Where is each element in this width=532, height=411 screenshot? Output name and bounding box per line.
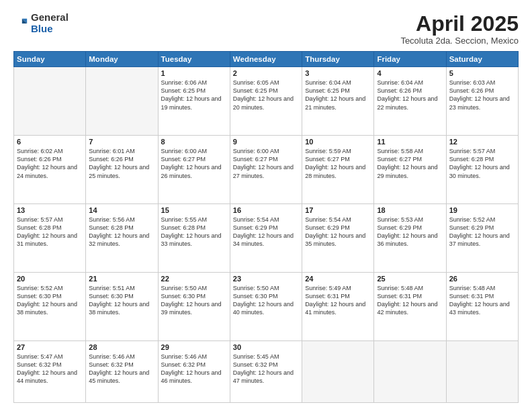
day-number: 28 bbox=[89, 343, 154, 351]
day-number: 15 bbox=[161, 206, 227, 214]
day-info: Sunrise: 5:56 AMSunset: 6:28 PMDaylight:… bbox=[89, 216, 154, 248]
day-header-tuesday: Tuesday bbox=[158, 52, 230, 67]
calendar-day-cell bbox=[86, 67, 158, 136]
day-number: 19 bbox=[449, 206, 515, 214]
day-number: 22 bbox=[161, 275, 227, 283]
month-title: April 2025 bbox=[400, 12, 519, 36]
calendar-day-cell: 17Sunrise: 5:54 AMSunset: 6:29 PMDayligh… bbox=[302, 204, 374, 273]
day-header-thursday: Thursday bbox=[302, 52, 374, 67]
day-info: Sunrise: 5:49 AMSunset: 6:31 PMDaylight:… bbox=[305, 284, 371, 317]
calendar-day-cell: 20Sunrise: 5:52 AMSunset: 6:30 PMDayligh… bbox=[14, 273, 86, 341]
day-header-monday: Monday bbox=[86, 52, 158, 67]
calendar-day-cell: 27Sunrise: 5:47 AMSunset: 6:32 PMDayligh… bbox=[14, 340, 86, 402]
title-area: April 2025 Tecoluta 2da. Seccion, Mexico bbox=[400, 12, 519, 46]
day-number: 6 bbox=[17, 138, 83, 146]
day-number: 8 bbox=[161, 138, 227, 146]
day-info: Sunrise: 5:50 AMSunset: 6:30 PMDaylight:… bbox=[233, 284, 299, 317]
day-info: Sunrise: 5:53 AMSunset: 6:29 PMDaylight:… bbox=[377, 216, 443, 248]
day-info: Sunrise: 6:04 AMSunset: 6:25 PMDaylight:… bbox=[305, 79, 371, 111]
day-info: Sunrise: 5:48 AMSunset: 6:31 PMDaylight:… bbox=[377, 284, 443, 317]
day-number: 9 bbox=[233, 138, 299, 146]
calendar-day-cell: 13Sunrise: 5:57 AMSunset: 6:28 PMDayligh… bbox=[14, 204, 86, 273]
day-number: 24 bbox=[305, 275, 371, 283]
day-info: Sunrise: 5:59 AMSunset: 6:27 PMDaylight:… bbox=[305, 147, 371, 180]
day-info: Sunrise: 5:46 AMSunset: 6:32 PMDaylight:… bbox=[89, 353, 154, 385]
day-info: Sunrise: 6:04 AMSunset: 6:26 PMDaylight:… bbox=[377, 79, 443, 111]
day-number: 4 bbox=[377, 69, 443, 77]
day-info: Sunrise: 5:47 AMSunset: 6:32 PMDaylight:… bbox=[17, 353, 83, 385]
day-info: Sunrise: 5:52 AMSunset: 6:29 PMDaylight:… bbox=[449, 216, 515, 248]
day-number: 23 bbox=[233, 275, 299, 283]
calendar-header-row: SundayMondayTuesdayWednesdayThursdayFrid… bbox=[14, 52, 519, 67]
calendar-day-cell: 3Sunrise: 6:04 AMSunset: 6:25 PMDaylight… bbox=[302, 67, 374, 136]
calendar-day-cell: 1Sunrise: 6:06 AMSunset: 6:25 PMDaylight… bbox=[158, 67, 230, 136]
header: General Blue April 2025 Tecoluta 2da. Se… bbox=[13, 12, 519, 46]
day-info: Sunrise: 6:00 AMSunset: 6:27 PMDaylight:… bbox=[161, 147, 227, 180]
calendar-day-cell bbox=[302, 340, 374, 402]
day-number: 7 bbox=[89, 138, 154, 146]
day-number: 26 bbox=[449, 275, 515, 283]
calendar-day-cell: 21Sunrise: 5:51 AMSunset: 6:30 PMDayligh… bbox=[86, 273, 158, 341]
calendar-day-cell: 29Sunrise: 5:46 AMSunset: 6:32 PMDayligh… bbox=[158, 340, 230, 402]
day-header-saturday: Saturday bbox=[446, 52, 518, 67]
calendar-day-cell: 25Sunrise: 5:48 AMSunset: 6:31 PMDayligh… bbox=[374, 273, 446, 341]
day-number: 11 bbox=[377, 138, 443, 146]
day-number: 16 bbox=[233, 206, 299, 214]
calendar-day-cell: 11Sunrise: 5:58 AMSunset: 6:27 PMDayligh… bbox=[374, 136, 446, 204]
day-number: 29 bbox=[161, 343, 227, 351]
calendar-day-cell: 26Sunrise: 5:48 AMSunset: 6:31 PMDayligh… bbox=[446, 273, 518, 341]
day-info: Sunrise: 5:58 AMSunset: 6:27 PMDaylight:… bbox=[377, 147, 443, 180]
logo: General Blue bbox=[13, 12, 69, 34]
calendar-day-cell: 15Sunrise: 5:55 AMSunset: 6:28 PMDayligh… bbox=[158, 204, 230, 273]
day-number: 14 bbox=[89, 206, 154, 214]
calendar-day-cell: 8Sunrise: 6:00 AMSunset: 6:27 PMDaylight… bbox=[158, 136, 230, 204]
calendar-day-cell: 12Sunrise: 5:57 AMSunset: 6:28 PMDayligh… bbox=[446, 136, 518, 204]
day-info: Sunrise: 5:45 AMSunset: 6:32 PMDaylight:… bbox=[233, 353, 299, 385]
day-number: 25 bbox=[377, 275, 443, 283]
day-number: 13 bbox=[17, 206, 83, 214]
calendar-day-cell bbox=[14, 67, 86, 136]
day-info: Sunrise: 6:05 AMSunset: 6:25 PMDaylight:… bbox=[233, 79, 299, 111]
day-number: 18 bbox=[377, 206, 443, 214]
calendar-day-cell: 14Sunrise: 5:56 AMSunset: 6:28 PMDayligh… bbox=[86, 204, 158, 273]
day-number: 2 bbox=[233, 69, 299, 77]
day-info: Sunrise: 5:57 AMSunset: 6:28 PMDaylight:… bbox=[449, 147, 515, 180]
calendar-day-cell: 4Sunrise: 6:04 AMSunset: 6:26 PMDaylight… bbox=[374, 67, 446, 136]
logo-icon bbox=[13, 16, 28, 31]
day-info: Sunrise: 5:51 AMSunset: 6:30 PMDaylight:… bbox=[89, 284, 154, 317]
day-info: Sunrise: 5:50 AMSunset: 6:30 PMDaylight:… bbox=[161, 284, 227, 317]
day-number: 12 bbox=[449, 138, 515, 146]
day-info: Sunrise: 5:52 AMSunset: 6:30 PMDaylight:… bbox=[17, 284, 83, 317]
day-info: Sunrise: 5:46 AMSunset: 6:32 PMDaylight:… bbox=[161, 353, 227, 385]
calendar-day-cell: 28Sunrise: 5:46 AMSunset: 6:32 PMDayligh… bbox=[86, 340, 158, 402]
calendar-day-cell: 10Sunrise: 5:59 AMSunset: 6:27 PMDayligh… bbox=[302, 136, 374, 204]
calendar-week-row: 6Sunrise: 6:02 AMSunset: 6:26 PMDaylight… bbox=[14, 136, 519, 204]
calendar-day-cell: 2Sunrise: 6:05 AMSunset: 6:25 PMDaylight… bbox=[230, 67, 302, 136]
day-info: Sunrise: 6:00 AMSunset: 6:27 PMDaylight:… bbox=[233, 147, 299, 180]
calendar-day-cell: 6Sunrise: 6:02 AMSunset: 6:26 PMDaylight… bbox=[14, 136, 86, 204]
day-info: Sunrise: 5:54 AMSunset: 6:29 PMDaylight:… bbox=[233, 216, 299, 248]
day-info: Sunrise: 5:48 AMSunset: 6:31 PMDaylight:… bbox=[449, 284, 515, 317]
day-header-friday: Friday bbox=[374, 52, 446, 67]
day-number: 3 bbox=[305, 69, 371, 77]
day-number: 1 bbox=[161, 69, 227, 77]
calendar-day-cell: 30Sunrise: 5:45 AMSunset: 6:32 PMDayligh… bbox=[230, 340, 302, 402]
calendar-day-cell: 7Sunrise: 6:01 AMSunset: 6:26 PMDaylight… bbox=[86, 136, 158, 204]
day-number: 27 bbox=[17, 343, 83, 351]
day-info: Sunrise: 6:06 AMSunset: 6:25 PMDaylight:… bbox=[161, 79, 227, 111]
calendar-week-row: 13Sunrise: 5:57 AMSunset: 6:28 PMDayligh… bbox=[14, 204, 519, 273]
day-info: Sunrise: 6:03 AMSunset: 6:26 PMDaylight:… bbox=[449, 79, 515, 111]
day-number: 20 bbox=[17, 275, 83, 283]
day-number: 5 bbox=[449, 69, 515, 77]
day-info: Sunrise: 5:54 AMSunset: 6:29 PMDaylight:… bbox=[305, 216, 371, 248]
day-info: Sunrise: 6:01 AMSunset: 6:26 PMDaylight:… bbox=[89, 147, 154, 180]
calendar-day-cell: 22Sunrise: 5:50 AMSunset: 6:30 PMDayligh… bbox=[158, 273, 230, 341]
calendar-day-cell: 5Sunrise: 6:03 AMSunset: 6:26 PMDaylight… bbox=[446, 67, 518, 136]
calendar-day-cell: 19Sunrise: 5:52 AMSunset: 6:29 PMDayligh… bbox=[446, 204, 518, 273]
calendar-day-cell bbox=[446, 340, 518, 402]
day-header-wednesday: Wednesday bbox=[230, 52, 302, 67]
logo-blue-text: Blue bbox=[31, 23, 53, 34]
calendar-table: SundayMondayTuesdayWednesdayThursdayFrid… bbox=[13, 51, 519, 403]
calendar-day-cell: 9Sunrise: 6:00 AMSunset: 6:27 PMDaylight… bbox=[230, 136, 302, 204]
day-number: 10 bbox=[305, 138, 371, 146]
